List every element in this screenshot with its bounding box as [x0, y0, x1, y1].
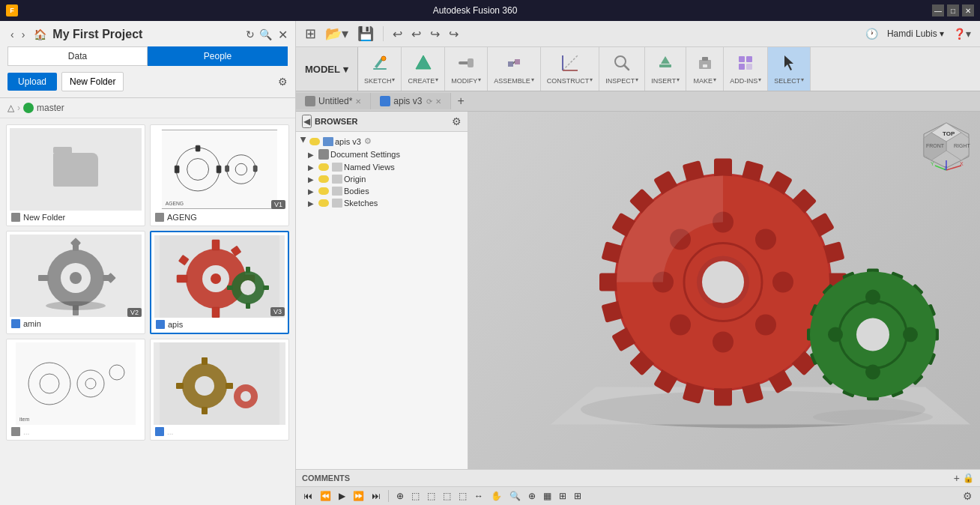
go-end-button[interactable]: ⏭: [369, 489, 384, 503]
view-mode-btn4[interactable]: ⬚: [440, 489, 454, 503]
maximize-button[interactable]: □: [947, 4, 959, 16]
list-item[interactable]: item ...: [6, 339, 145, 441]
go-back-button[interactable]: ⏪: [317, 489, 334, 503]
close-panel-button[interactable]: ✕: [278, 28, 288, 42]
open-button[interactable]: 📂▾: [322, 24, 351, 43]
comments-add-button[interactable]: +: [954, 472, 960, 484]
upload-button[interactable]: Upload: [7, 73, 57, 91]
apis-tab-close[interactable]: ✕: [435, 97, 441, 106]
list-item[interactable]: New Folder: [6, 124, 145, 226]
view-mode-btn2[interactable]: ⬚: [408, 489, 423, 503]
refresh-button[interactable]: ↻: [246, 28, 255, 40]
view-fit-btn[interactable]: ⊕: [525, 489, 539, 503]
list-item[interactable]: AGENG AGENG V1: [150, 124, 289, 226]
view-extra-btn[interactable]: ⊞: [571, 489, 584, 503]
root-expand-arrow[interactable]: ▶: [300, 137, 308, 146]
app-title: Autodesk Fusion 360: [18, 5, 932, 16]
toolbar-create[interactable]: CREATE ▾: [402, 47, 445, 91]
close-button[interactable]: ✕: [962, 4, 974, 16]
visibility-icon[interactable]: [309, 138, 320, 145]
user-account-button[interactable]: Hamdi Lubis ▾: [884, 27, 947, 40]
browser-origin[interactable]: ▶ Origin: [296, 173, 468, 185]
svg-rect-19: [38, 275, 49, 281]
view-grid-btn[interactable]: ▦: [540, 489, 554, 503]
svg-rect-75: [746, 56, 752, 62]
toolbar-modify[interactable]: MODIFY ▾: [445, 47, 488, 91]
svg-text:RIGHT: RIGHT: [954, 143, 971, 148]
view-mode-btn6[interactable]: ↔: [471, 489, 486, 503]
file-thumbnail: [154, 235, 285, 318]
model-dropdown-button[interactable]: MODEL ▾: [296, 47, 358, 91]
file-type-icon: [155, 427, 164, 436]
view-display-btn[interactable]: ⊞: [556, 489, 569, 503]
browser-collapse-button[interactable]: ◀: [302, 115, 312, 128]
save-button[interactable]: 💾: [354, 24, 377, 43]
svg-rect-37: [246, 303, 250, 309]
browser-bodies[interactable]: ▶ Bodies: [296, 185, 468, 197]
sketches-eye[interactable]: [318, 199, 329, 207]
toolbar-inspect[interactable]: INSPECT ▾: [599, 47, 645, 91]
play-button[interactable]: ▶: [336, 489, 348, 503]
toolbar-sketch[interactable]: SKETCH ▾: [358, 47, 402, 91]
history-button[interactable]: 🕐: [862, 26, 881, 41]
origin-eye[interactable]: [318, 175, 329, 183]
bodies-eye[interactable]: [318, 187, 329, 195]
view-mode-btn1[interactable]: ⊕: [393, 489, 407, 503]
grid-view-button[interactable]: ⊞: [302, 24, 319, 43]
undo2-button[interactable]: ↩: [408, 25, 424, 43]
redo-button[interactable]: ↪: [427, 25, 443, 43]
undo-button[interactable]: ↩: [390, 25, 405, 43]
named-views-eye[interactable]: [318, 163, 329, 171]
untitled-tab-close[interactable]: ✕: [355, 97, 361, 106]
help-button[interactable]: ❓▾: [950, 26, 974, 41]
nav-back-button[interactable]: ‹: [7, 27, 17, 42]
root-settings-icon[interactable]: ⚙: [364, 136, 372, 146]
view-mode-btn7[interactable]: ✋: [488, 489, 505, 503]
nav-forward-button[interactable]: ›: [19, 27, 28, 42]
insert-icon: [656, 54, 674, 76]
browser-root-item[interactable]: ▶ apis v3 ⚙: [296, 135, 468, 148]
view-mode-btn5[interactable]: ⬚: [456, 489, 470, 503]
browser-settings-button[interactable]: ⚙: [452, 115, 462, 127]
go-forward-button[interactable]: ⏩: [350, 489, 367, 503]
redo2-button[interactable]: ↪: [446, 25, 462, 43]
browser-named-views[interactable]: ▶ Named Views: [296, 161, 468, 173]
sketches-arrow[interactable]: ▶: [308, 199, 317, 208]
toolbar-insert[interactable]: INSERT ▾: [645, 47, 686, 91]
toolbar-make[interactable]: MAKE ▾: [686, 47, 724, 91]
settings-button[interactable]: ⚙: [278, 76, 288, 88]
toolbar-construct[interactable]: CONSTRUCT ▾: [541, 47, 600, 91]
toolbar-select[interactable]: SELECT ▾: [768, 47, 811, 91]
list-item[interactable]: apis V3: [150, 231, 289, 334]
svg-point-136: [856, 318, 889, 351]
comments-lock-button[interactable]: 🔒: [963, 473, 974, 483]
toolbar-addins[interactable]: ADD-INS ▾: [724, 47, 768, 91]
browser-sketches[interactable]: ▶ Sketches: [296, 197, 468, 209]
new-tab-button[interactable]: +: [451, 91, 470, 111]
3d-viewport[interactable]: TOP RIGHT FRONT X Y Z: [468, 112, 980, 469]
breadcrumb-sep1: ›: [17, 103, 20, 113]
list-item[interactable]: ...: [150, 339, 289, 441]
view-mode-btn3[interactable]: ⬚: [424, 489, 438, 503]
window-controls: — □ ✕: [932, 4, 974, 16]
tab-people[interactable]: People: [148, 46, 288, 66]
svg-text:TOP: TOP: [943, 130, 955, 137]
named-views-arrow[interactable]: ▶: [308, 163, 317, 172]
toolbar-assemble[interactable]: ASSEMBLE ▾: [488, 47, 541, 91]
bottom-settings-button[interactable]: ⚙: [960, 489, 976, 504]
doc-settings-arrow[interactable]: ▶: [308, 151, 317, 159]
tab-apis-v3[interactable]: apis v3 ⟳ ✕: [371, 93, 451, 109]
bodies-arrow[interactable]: ▶: [308, 187, 317, 196]
search-button[interactable]: 🔍: [259, 28, 272, 40]
tab-data[interactable]: Data: [7, 46, 148, 66]
go-start-button[interactable]: ⏮: [300, 489, 315, 503]
minimize-button[interactable]: —: [932, 4, 944, 16]
new-folder-button[interactable]: New Folder: [61, 72, 124, 91]
tab-untitled[interactable]: Untitled* ✕: [296, 93, 371, 109]
view-zoom-btn[interactable]: 🔍: [506, 489, 524, 503]
browser-doc-settings[interactable]: ▶ Document Settings: [296, 148, 468, 161]
browser-header: ◀ BROWSER ⚙: [296, 112, 468, 132]
origin-arrow[interactable]: ▶: [308, 175, 317, 184]
list-item[interactable]: amin V2: [6, 231, 145, 334]
svg-rect-69: [659, 64, 671, 67]
